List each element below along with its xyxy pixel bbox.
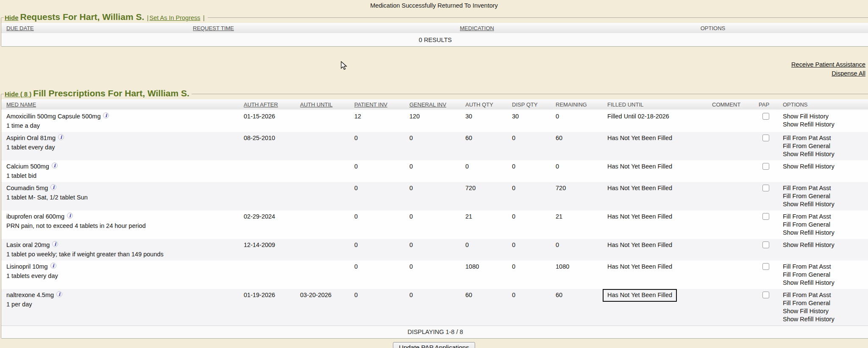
option-link-fill-from-general[interactable]: Fill From General: [783, 221, 864, 229]
column-header-filled-until: FILLED UNTIL: [602, 99, 707, 110]
med-name: Lisinopril 10mg: [6, 263, 48, 270]
prescriptions-hide-link[interactable]: Hide ( 8 ): [5, 90, 31, 98]
option-link-fill-from-general[interactable]: Fill From General: [783, 271, 864, 279]
column-header-label[interactable]: MEDICATION: [460, 25, 494, 31]
option-link-fill-from-general[interactable]: Fill From General: [783, 192, 864, 200]
med-name: ibuprofen oral 600mg: [6, 213, 64, 220]
med-name: Calcium 500mg: [6, 163, 49, 170]
info-icon[interactable]: i: [52, 163, 58, 168]
column-header-general-inv[interactable]: GENERAL INV: [404, 99, 460, 110]
pap-checkbox[interactable]: [762, 241, 769, 248]
pap-checkbox[interactable]: [762, 292, 769, 298]
column-header-pap: PAP: [754, 99, 778, 110]
option-link-show-refill-history[interactable]: Show Refill History: [783, 315, 864, 323]
column-header-label: DISP QTY: [512, 101, 537, 108]
info-icon[interactable]: i: [50, 263, 56, 269]
option-link-fill-from-pat-asst[interactable]: Fill From Pat Asst: [783, 134, 864, 142]
filled-until-cell: Filled Until 02-18-2026: [602, 110, 707, 132]
patient-inv-cell: 0: [349, 289, 404, 326]
patient-inv-cell: 12: [349, 110, 404, 132]
column-header-label[interactable]: REQUEST TIME: [193, 25, 234, 31]
button-row: Update PAP Applications: [0, 342, 868, 348]
status-message: Medication Successfully Returned To Inve…: [0, 0, 868, 9]
column-header-due-date[interactable]: DUE DATE: [1, 23, 188, 34]
column-header-remaining: REMAINING: [551, 99, 602, 110]
column-header-request-time[interactable]: REQUEST TIME: [188, 23, 455, 34]
separator: |: [147, 14, 149, 21]
column-header-medication[interactable]: MEDICATION: [455, 23, 556, 34]
pap-cell: [754, 261, 778, 289]
column-header-auth-until[interactable]: AUTH UNTIL: [295, 99, 349, 110]
set-as-in-progress-link[interactable]: Set As In Progress: [149, 14, 200, 21]
prescriptions-section-legend: Hide ( 8 )Fill Prescriptions For Hart, W…: [4, 88, 192, 99]
column-header-label[interactable]: PATIENT INV: [354, 101, 387, 108]
column-header-label[interactable]: MED NAME: [6, 101, 36, 108]
filled-until-value: Has Not Yet Been Filled: [607, 241, 672, 248]
requests-hide-link[interactable]: Hide: [5, 14, 19, 21]
filled-until-value: Has Not Yet Been Filled: [607, 263, 672, 270]
column-header-label[interactable]: GENERAL INV: [409, 101, 446, 108]
info-icon[interactable]: i: [67, 213, 73, 219]
prescription-row: Lisinopril 10mgi1 tablets every day00108…: [1, 261, 868, 289]
pap-checkbox[interactable]: [762, 135, 769, 141]
option-link-show-refill-history[interactable]: Show Refill History: [783, 279, 864, 287]
option-link-show-refill-history[interactable]: Show Refill History: [783, 241, 864, 249]
pap-checkbox[interactable]: [762, 263, 769, 270]
option-link-show-refill-history[interactable]: Show Refill History: [783, 121, 864, 129]
column-header-patient-inv[interactable]: PATIENT INV: [349, 99, 404, 110]
pap-checkbox[interactable]: [762, 163, 769, 170]
column-header-med-name[interactable]: MED NAME: [1, 99, 239, 110]
column-header-label[interactable]: AUTH UNTIL: [300, 101, 333, 108]
info-icon[interactable]: i: [103, 112, 109, 118]
column-header-disp-qty: DISP QTY: [507, 99, 551, 110]
med-sig: 1 per day: [6, 300, 234, 309]
option-link-fill-from-general[interactable]: Fill From General: [783, 299, 864, 307]
med-name-cell: ibuprofen oral 600mgiPRN pain, not to ex…: [1, 210, 239, 239]
prescription-row: Aspirin Oral 81mgi1 tablet every day08-2…: [1, 132, 868, 160]
disp-qty-cell: 0: [507, 239, 551, 261]
option-link-show-refill-history[interactable]: Show Refill History: [783, 163, 864, 171]
auth-until-cell: [295, 210, 349, 239]
options-cell: Fill From Pat AsstFill From GeneralShow …: [778, 261, 868, 289]
general-inv-cell: 0: [404, 239, 460, 261]
option-link-fill-from-pat-asst[interactable]: Fill From Pat Asst: [783, 184, 864, 192]
option-link-fill-from-general[interactable]: Fill From General: [783, 142, 864, 150]
pap-checkbox[interactable]: [762, 213, 769, 220]
info-icon[interactable]: i: [50, 184, 56, 190]
pap-checkbox[interactable]: [762, 113, 769, 120]
options-cell: Fill From Pat AsstFill From GeneralShow …: [778, 289, 868, 326]
pap-checkbox[interactable]: [762, 185, 769, 191]
column-header-auth-after[interactable]: AUTH AFTER: [239, 99, 295, 110]
receive-patient-assistance-link[interactable]: Receive Patient Assistance: [0, 60, 865, 69]
prescription-row: Lasix oral 20mgi1 tablet po weekly; take…: [1, 239, 868, 261]
filled-until-value: Filled Until 02-18-2026: [607, 113, 669, 120]
update-pap-applications-button[interactable]: Update PAP Applications: [393, 342, 475, 348]
med-name-cell: Amoxicillin 500mg Capsule 500mgi1 time a…: [1, 110, 239, 132]
column-header-label: REMAINING: [556, 101, 587, 108]
column-header-label[interactable]: DUE DATE: [6, 25, 34, 31]
option-link-show-fill-history[interactable]: Show Fill History: [783, 112, 864, 121]
column-header-label[interactable]: AUTH AFTER: [244, 101, 278, 108]
column-header-label: COMMENT: [712, 101, 740, 108]
option-link-show-refill-history[interactable]: Show Refill History: [783, 200, 864, 208]
auth-after-cell: [239, 182, 295, 210]
option-link-show-fill-history[interactable]: Show Fill History: [783, 307, 864, 315]
option-link-fill-from-pat-asst[interactable]: Fill From Pat Asst: [783, 291, 864, 299]
disp-qty-cell: 0: [507, 261, 551, 289]
patient-inv-cell: 0: [349, 160, 404, 182]
option-link-show-refill-history[interactable]: Show Refill History: [783, 229, 864, 237]
general-inv-cell: 120: [404, 110, 460, 132]
dispense-all-link[interactable]: Dispense All: [0, 69, 865, 78]
info-icon[interactable]: i: [56, 291, 62, 297]
info-icon[interactable]: i: [52, 241, 58, 247]
option-link-fill-from-pat-asst[interactable]: Fill From Pat Asst: [783, 263, 864, 271]
option-link-fill-from-pat-asst[interactable]: Fill From Pat Asst: [783, 213, 864, 221]
med-name: Coumadin 5mg: [6, 185, 48, 191]
requests-section: HideRequests For Hart, William S. |Set A…: [1, 12, 868, 47]
info-icon[interactable]: i: [58, 134, 64, 140]
general-inv-cell: 0: [404, 261, 460, 289]
option-link-show-refill-history[interactable]: Show Refill History: [783, 150, 864, 158]
remaining-cell: 0: [551, 160, 602, 182]
auth-until-cell: [295, 132, 349, 160]
action-links: Receive Patient Assistance Dispense All: [0, 60, 865, 78]
